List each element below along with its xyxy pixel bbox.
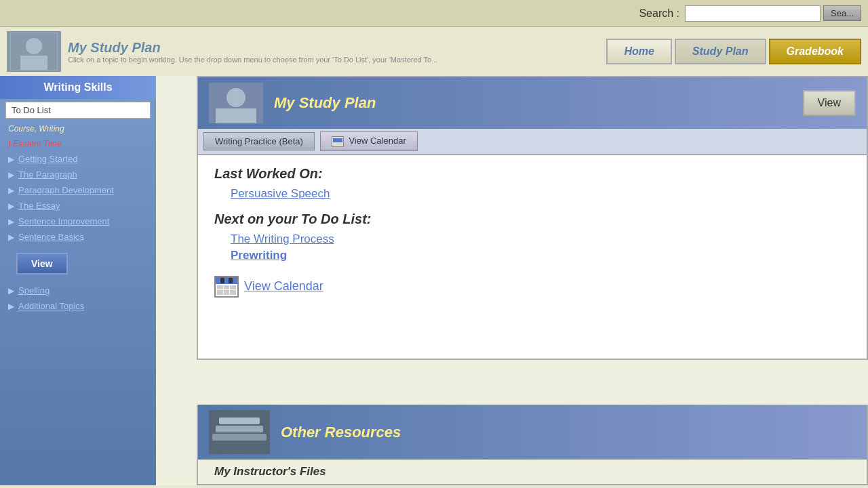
sidebar-item-sentence-basics[interactable]: ▶ Sentence Basics <box>0 229 156 245</box>
sidebar-item-label: The Paragraph <box>18 169 77 180</box>
sidebar-item-spelling[interactable]: ▶ Spelling <box>0 283 156 298</box>
study-plan-panel: My Study Plan View Writing Practice (Bet… <box>197 76 868 360</box>
instructor-files-text: My Instructor's Files <box>198 460 867 484</box>
site-subtitle: Click on a topic to begin working. Use t… <box>68 56 437 64</box>
study-plan-view-button[interactable]: View <box>803 90 856 116</box>
tab-view-calendar-label: View Calendar <box>349 136 406 146</box>
search-label: Search : <box>639 7 679 20</box>
study-plan-content: Last Worked On: Persuasive Speech Next o… <box>198 155 867 359</box>
sidebar: Writing Skills To Do List Course, Writin… <box>0 76 156 485</box>
svg-point-5 <box>226 88 245 107</box>
arrow-icon: ▶ <box>8 232 14 242</box>
sidebar-item-the-paragraph[interactable]: ▶ The Paragraph <box>0 167 156 182</box>
arrow-icon: ▶ <box>8 155 14 164</box>
svg-rect-9 <box>216 426 263 432</box>
svg-rect-8 <box>212 434 267 441</box>
last-worked-label: Last Worked On: <box>214 166 850 182</box>
prewriting-link[interactable]: Prewriting <box>231 249 850 262</box>
calendar-icon <box>214 276 239 298</box>
next-todo-label: Next on your To Do List: <box>214 211 850 227</box>
logo-image <box>7 31 61 72</box>
sidebar-item-label: Additional Topics <box>18 301 84 311</box>
sidebar-item-label: Sentence Improvement <box>18 216 109 226</box>
gradebook-button[interactable]: Gradebook <box>769 39 861 64</box>
svg-rect-6 <box>216 108 256 123</box>
sidebar-view-button[interactable]: View <box>16 253 68 274</box>
sidebar-item-the-essay[interactable]: ▶ The Essay <box>0 198 156 214</box>
other-resources-thumbnail <box>209 410 270 454</box>
arrow-icon: ▶ <box>8 286 14 296</box>
other-resources-title: Other Resources <box>281 424 401 441</box>
logo-area: My Study Plan Click on a topic to begin … <box>7 31 437 72</box>
study-plan-header: My Study Plan View <box>198 77 867 129</box>
svg-point-1 <box>26 38 42 54</box>
sidebar-item-additional-topics[interactable]: ▶ Additional Topics <box>0 298 156 314</box>
arrow-icon: ▶ <box>8 302 14 311</box>
home-button[interactable]: Home <box>606 39 671 64</box>
header: My Study Plan Click on a topic to begin … <box>0 27 868 76</box>
svg-rect-10 <box>219 418 260 424</box>
header-text: My Study Plan Click on a topic to begin … <box>68 40 437 64</box>
sidebar-dropdown[interactable]: To Do List <box>5 102 151 119</box>
writing-process-link[interactable]: The Writing Process <box>231 232 850 246</box>
sidebar-header: Writing Skills <box>0 76 156 99</box>
sidebar-item-label: Spelling <box>18 285 50 296</box>
svg-rect-2 <box>20 56 47 70</box>
view-calendar-row: View Calendar <box>214 276 850 298</box>
sidebar-item-label: Getting Started <box>18 154 77 164</box>
study-plan-button[interactable]: Study Plan <box>675 39 766 64</box>
tab-view-calendar[interactable]: View Calendar <box>320 131 418 151</box>
study-plan-title: My Study Plan <box>274 94 792 112</box>
sidebar-item-sentence-improvement[interactable]: ▶ Sentence Improvement <box>0 214 156 229</box>
arrow-icon: ▶ <box>8 186 14 195</box>
arrow-icon: ▶ <box>8 217 14 226</box>
arrow-icon: ▶ <box>8 201 14 211</box>
other-resources-header: Other Resources <box>198 405 867 460</box>
content-area: My Study Plan View Writing Practice (Bet… <box>156 76 868 485</box>
search-button[interactable]: Sea... <box>823 5 861 21</box>
study-plan-thumbnail <box>209 83 263 123</box>
top-bar: Search : Sea... <box>0 0 868 27</box>
tab-bar: Writing Practice (Beta) View Calendar <box>198 129 867 155</box>
sidebar-item-paragraph-development[interactable]: ▶ Paragraph Development <box>0 182 156 198</box>
sidebar-item-label: Sentence Basics <box>18 232 84 242</box>
main-layout: Writing Skills To Do List Course, Writin… <box>0 76 868 485</box>
search-input[interactable] <box>685 5 821 22</box>
eastern-time: ) Eastern Time <box>0 136 156 151</box>
site-title: My Study Plan <box>68 40 437 56</box>
view-calendar-link[interactable]: View Calendar <box>244 279 323 293</box>
sidebar-item-getting-started[interactable]: ▶ Getting Started <box>0 151 156 167</box>
sidebar-item-label: Paragraph Development <box>18 185 114 195</box>
arrow-icon: ▶ <box>8 170 14 180</box>
tab-writing-practice[interactable]: Writing Practice (Beta) <box>203 132 315 150</box>
sidebar-section-label: Course, Writing <box>0 121 156 136</box>
persuasive-speech-link[interactable]: Persuasive Speech <box>231 187 850 201</box>
other-resources-panel: Other Resources My Instructor's Files <box>197 405 868 485</box>
sidebar-item-label: The Essay <box>18 201 60 211</box>
nav-buttons: Home Study Plan Gradebook <box>606 39 861 64</box>
